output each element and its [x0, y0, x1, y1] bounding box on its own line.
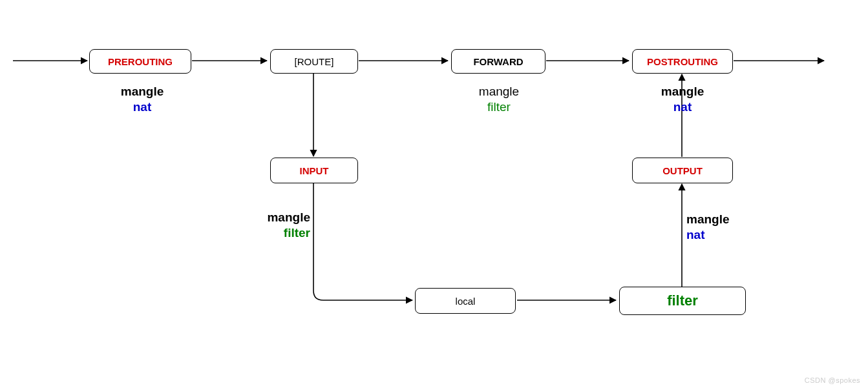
- forward-box: FORWARD: [451, 49, 545, 74]
- input-label: INPUT: [300, 165, 329, 176]
- postrouting-annot-nat: nat: [650, 99, 715, 115]
- postrouting-annot: mangle nat: [650, 84, 715, 115]
- input-annot: mangle filter: [252, 210, 310, 241]
- output-label: OUTPUT: [662, 165, 703, 176]
- route-label: [ROUTE]: [295, 56, 334, 67]
- forward-annot-filter: filter: [467, 99, 531, 115]
- input-box: INPUT: [270, 158, 358, 183]
- prerouting-annot: mangle nat: [110, 84, 175, 115]
- watermark: CSDN @spokes: [805, 376, 860, 384]
- input-annot-mangle: mangle: [252, 210, 310, 225]
- input-annot-filter: filter: [252, 225, 310, 241]
- local-box: local: [415, 288, 516, 314]
- prerouting-label: PREROUTING: [108, 56, 173, 67]
- postrouting-label: POSTROUTING: [647, 56, 718, 67]
- route-box: [ROUTE]: [270, 49, 358, 74]
- output-annot: mangle nat: [686, 212, 751, 243]
- output-box: OUTPUT: [632, 158, 733, 183]
- filter-box: filter: [619, 287, 746, 315]
- prerouting-box: PREROUTING: [89, 49, 191, 74]
- local-label: local: [456, 296, 476, 307]
- postrouting-box: POSTROUTING: [632, 49, 733, 74]
- filter-label: filter: [667, 292, 698, 309]
- forward-annot: mangle filter: [467, 84, 531, 115]
- output-annot-nat: nat: [686, 227, 751, 243]
- prerouting-annot-mangle: mangle: [110, 84, 175, 99]
- forward-annot-mangle: mangle: [467, 84, 531, 99]
- prerouting-annot-nat: nat: [110, 99, 175, 115]
- postrouting-annot-mangle: mangle: [650, 84, 715, 99]
- output-annot-mangle: mangle: [686, 212, 751, 227]
- forward-label: FORWARD: [473, 56, 523, 67]
